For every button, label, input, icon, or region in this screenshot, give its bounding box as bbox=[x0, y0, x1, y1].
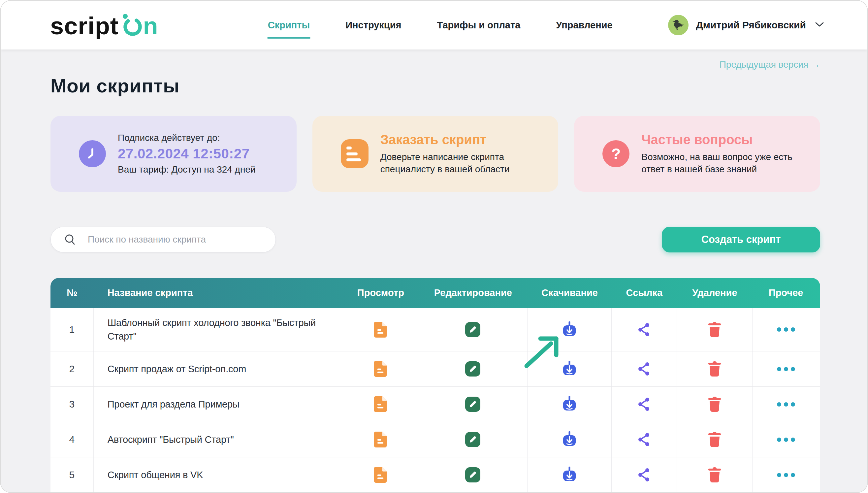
row-number: 5 bbox=[50, 457, 94, 492]
row-number: 2 bbox=[50, 351, 94, 386]
share-icon[interactable] bbox=[612, 457, 677, 492]
subscription-card: Подписка действует до: 27.02.2024 12:50:… bbox=[50, 116, 297, 192]
column-delete: Удаление bbox=[677, 287, 753, 298]
search-input[interactable] bbox=[50, 227, 276, 253]
column-view: Просмотр bbox=[343, 287, 419, 298]
share-icon[interactable] bbox=[612, 387, 677, 422]
script-name: Скрипт общения в VK bbox=[94, 457, 343, 492]
view-document-icon[interactable] bbox=[343, 422, 419, 457]
question-mark-icon: ? bbox=[602, 140, 629, 167]
user-name: Дмитрий Рябиковский bbox=[696, 19, 806, 31]
clock-icon bbox=[79, 140, 106, 167]
search-row: Создать скрипт bbox=[50, 227, 820, 253]
user-menu[interactable]: Дмитрий Рябиковский bbox=[668, 15, 824, 35]
nav-item-management[interactable]: Управление bbox=[555, 14, 613, 37]
trash-icon[interactable] bbox=[677, 457, 753, 492]
subscription-date: 27.02.2024 12:50:27 bbox=[118, 146, 256, 162]
trash-icon[interactable] bbox=[677, 422, 753, 457]
trash-icon[interactable] bbox=[677, 351, 753, 386]
script-name: Шаблонный скрипт холодного звонка "Быстр… bbox=[94, 308, 343, 351]
table-row: 4 Автоскрипт "Быстрый Старт" bbox=[50, 422, 820, 457]
view-document-icon[interactable] bbox=[343, 457, 419, 492]
create-script-button[interactable]: Создать скрипт bbox=[662, 227, 820, 253]
edit-pencil-icon[interactable] bbox=[418, 308, 527, 351]
order-card-description: Доверьте написание скрипта специалисту в… bbox=[381, 151, 545, 175]
trash-icon[interactable] bbox=[677, 387, 753, 422]
order-card-title: Заказать скрипт bbox=[381, 132, 545, 147]
row-number: 3 bbox=[50, 387, 94, 422]
script-name: Скрипт продаж от Script-on.com bbox=[94, 351, 343, 386]
table-row: 5 Скрипт общения в VK bbox=[50, 457, 820, 493]
more-dots-icon[interactable] bbox=[753, 422, 820, 457]
question-glyph: ? bbox=[611, 145, 621, 163]
page-title: Мои скрипты bbox=[50, 74, 820, 97]
view-document-icon[interactable] bbox=[343, 308, 419, 351]
column-edit: Редактирование bbox=[418, 287, 527, 298]
main-nav: Скрипты Инструкция Тарифы и оплата Управ… bbox=[267, 14, 613, 37]
avatar bbox=[668, 15, 689, 35]
column-other: Прочее bbox=[753, 287, 820, 298]
download-icon[interactable] bbox=[527, 351, 611, 386]
nav-item-scripts[interactable]: Скрипты bbox=[267, 14, 310, 37]
download-icon[interactable] bbox=[527, 422, 611, 457]
chevron-down-icon bbox=[815, 21, 824, 29]
column-link: Ссылка bbox=[612, 287, 677, 298]
arrow-right-icon: → bbox=[811, 59, 820, 70]
logo-text-teal: n bbox=[143, 14, 158, 38]
script-name: Автоскрипт "Быстрый Старт" bbox=[94, 422, 343, 457]
column-name: Название скрипта bbox=[94, 287, 343, 298]
content-area: Предыдущая версия → Мои скрипты Подписка… bbox=[1, 59, 867, 493]
edit-pencil-icon[interactable] bbox=[418, 387, 527, 422]
bird-icon bbox=[672, 18, 685, 33]
document-lines-icon bbox=[341, 139, 369, 168]
more-dots-icon[interactable] bbox=[753, 308, 820, 351]
row-number: 4 bbox=[50, 422, 94, 457]
table-header: № Название скрипта Просмотр Редактирован… bbox=[50, 278, 820, 308]
edit-pencil-icon[interactable] bbox=[418, 351, 527, 386]
faq-card[interactable]: ? Частые вопросы Возможно, на ваш вопрос… bbox=[574, 116, 820, 192]
edit-pencil-icon[interactable] bbox=[418, 457, 527, 492]
share-icon[interactable] bbox=[612, 351, 677, 386]
subscription-label: Подписка действует до: bbox=[118, 133, 256, 143]
more-dots-icon[interactable] bbox=[753, 457, 820, 492]
order-script-card[interactable]: Заказать скрипт Доверьте написание скрип… bbox=[312, 116, 559, 192]
share-icon[interactable] bbox=[612, 308, 677, 351]
more-dots-icon[interactable] bbox=[753, 351, 820, 386]
view-document-icon[interactable] bbox=[343, 387, 419, 422]
share-icon[interactable] bbox=[612, 422, 677, 457]
download-icon[interactable] bbox=[527, 387, 611, 422]
app-window: script n Скрипты Инструкция Тарифы и опл… bbox=[0, 0, 868, 493]
previous-version-label: Предыдущая версия bbox=[719, 59, 809, 70]
info-cards: Подписка действует до: 27.02.2024 12:50:… bbox=[50, 116, 820, 192]
previous-version-link[interactable]: Предыдущая версия → bbox=[50, 59, 820, 70]
download-icon[interactable] bbox=[527, 308, 611, 351]
column-download: Скачивание bbox=[527, 287, 611, 298]
top-bar: script n Скрипты Инструкция Тарифы и опл… bbox=[1, 1, 867, 49]
view-document-icon[interactable] bbox=[343, 351, 419, 386]
scripts-table: № Название скрипта Просмотр Редактирован… bbox=[50, 278, 820, 493]
script-name: Проект для раздела Примеры bbox=[94, 387, 343, 422]
logo-ring-icon bbox=[121, 12, 143, 39]
row-number: 1 bbox=[50, 308, 94, 351]
download-icon[interactable] bbox=[527, 457, 611, 492]
table-row: 3 Проект для раздела Примеры bbox=[50, 387, 820, 422]
search-icon bbox=[64, 233, 77, 248]
table-row: 2 Скрипт продаж от Script-on.com bbox=[50, 351, 820, 387]
column-number: № bbox=[50, 287, 94, 298]
logo[interactable]: script n bbox=[50, 12, 158, 38]
nav-item-tariffs[interactable]: Тарифы и оплата bbox=[436, 14, 521, 37]
nav-item-instruction[interactable]: Инструкция bbox=[345, 14, 402, 37]
subscription-tariff: Ваш тариф: Доступ на 324 дней bbox=[118, 164, 256, 175]
logo-text-dark: script bbox=[50, 14, 119, 38]
more-dots-icon[interactable] bbox=[753, 387, 820, 422]
faq-card-title: Частые вопросы bbox=[641, 132, 807, 147]
edit-pencil-icon[interactable] bbox=[418, 422, 527, 457]
trash-icon[interactable] bbox=[677, 308, 753, 351]
faq-card-description: Возможно, на ваш вопрос уже есть ответ в… bbox=[641, 151, 807, 175]
table-row: 1 Шаблонный скрипт холодного звонка "Быс… bbox=[50, 308, 820, 351]
